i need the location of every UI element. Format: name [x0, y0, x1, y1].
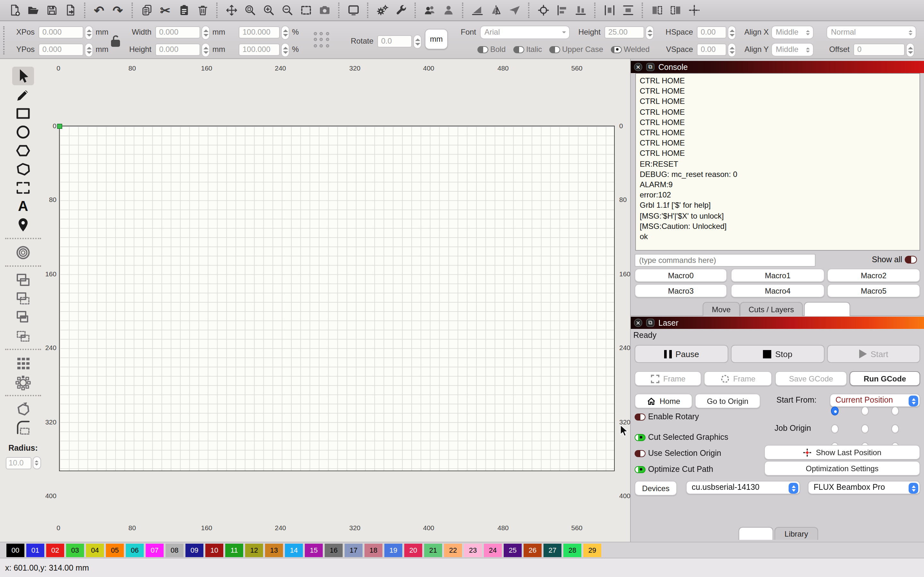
close-icon[interactable]: ✕ [634, 63, 642, 71]
set-square-icon[interactable] [469, 1, 485, 19]
ypos-stepper[interactable] [85, 43, 93, 57]
width-percent-stepper[interactable] [281, 26, 289, 40]
macro2-button[interactable]: Macro2 [827, 269, 920, 282]
height-percent-input[interactable]: 100.000 [239, 44, 280, 56]
flip-horizontal-icon[interactable] [488, 1, 504, 19]
offset-tool[interactable] [12, 243, 34, 261]
vspace-stepper[interactable] [728, 43, 736, 57]
distribute-horizontal-icon[interactable] [601, 1, 617, 19]
user-icon[interactable] [440, 1, 456, 19]
grid-array-tool[interactable] [12, 354, 34, 372]
laser-titlebar[interactable]: ✕ ⧉ Laser [631, 317, 924, 329]
rotate-input[interactable]: 0.0 [377, 35, 412, 47]
fillet-radius-tool[interactable] [12, 419, 34, 437]
device-settings-wrench-icon[interactable] [393, 1, 409, 19]
job-origin-radio[interactable] [831, 424, 838, 434]
copy-icon[interactable] [139, 1, 155, 19]
console-titlebar[interactable]: ✕ ⧉ Console [631, 61, 924, 73]
open-file-icon[interactable] [25, 1, 41, 19]
color-chip[interactable]: 02 [46, 543, 64, 557]
home-button[interactable]: Home [635, 394, 692, 408]
weld-mode-select[interactable]: Normal [827, 26, 916, 39]
go-to-origin-button[interactable]: Go to Origin [695, 394, 760, 408]
dock-right-icon[interactable] [667, 1, 683, 19]
settings-gears-icon[interactable] [374, 1, 390, 19]
color-chip[interactable]: 16 [325, 543, 342, 557]
devices-button[interactable]: Devices [635, 481, 677, 496]
dock-left-icon[interactable] [649, 1, 665, 19]
frame-rect-button[interactable]: Frame [635, 371, 701, 386]
color-chip[interactable]: 07 [145, 543, 164, 557]
align-vertical-icon[interactable] [572, 1, 588, 19]
height-stepper[interactable] [202, 43, 210, 57]
enable-rotary-toggle[interactable]: Enable Rotary [635, 412, 699, 421]
tab-library[interactable]: Library [774, 527, 818, 540]
color-chip[interactable]: 25 [504, 543, 522, 557]
offset-input[interactable]: 0 [853, 44, 905, 56]
anchor-grid[interactable] [312, 31, 330, 49]
width-stepper[interactable] [202, 26, 210, 40]
save-icon[interactable] [44, 1, 60, 19]
preview-window-icon[interactable] [345, 1, 361, 19]
start-button[interactable]: Start [827, 345, 920, 363]
optimize-cut-path-toggle[interactable]: Optimize Cut Path [635, 465, 713, 474]
color-chip[interactable]: 00 [6, 543, 24, 557]
tab-blank[interactable] [804, 302, 850, 316]
font-height-input[interactable]: 25.00 [604, 26, 644, 39]
color-chip[interactable]: 18 [365, 543, 383, 557]
welded-toggle[interactable]: Welded [611, 45, 650, 54]
vspace-input[interactable]: 0.00 [697, 44, 726, 56]
units-button[interactable]: mm [425, 29, 448, 49]
macro0-button[interactable]: Macro0 [635, 269, 727, 282]
color-chip[interactable]: 10 [205, 543, 223, 557]
job-origin-radio[interactable] [861, 424, 869, 434]
toolbar-drag-handle[interactable] [3, 26, 5, 55]
select-tool[interactable] [12, 67, 34, 85]
zoom-in-icon[interactable] [260, 1, 276, 19]
color-chip[interactable]: 06 [126, 543, 144, 557]
workspace-grid[interactable] [59, 126, 615, 471]
command-input[interactable] [635, 254, 816, 267]
color-chip[interactable]: 13 [265, 543, 283, 557]
offset-stepper[interactable] [906, 43, 914, 57]
tab-blank[interactable] [738, 527, 773, 540]
port-select[interactable]: cu.usbserial-14130 [686, 481, 800, 494]
color-chip[interactable]: 27 [543, 543, 561, 557]
show-last-position-button[interactable]: Show Last Position [764, 445, 920, 460]
color-chip[interactable]: 08 [166, 543, 184, 557]
import-icon[interactable] [62, 1, 78, 19]
ypos-input[interactable]: 0.000 [39, 44, 83, 56]
console-output[interactable]: CTRL HOMECTRL HOME CTRL HOMECTRL HOME CT… [635, 73, 920, 251]
radius-stepper[interactable] [32, 456, 41, 469]
color-chip[interactable]: 21 [424, 543, 442, 557]
align-y-select[interactable]: Middle [771, 43, 814, 56]
boolean-intersect-tool[interactable] [12, 308, 34, 326]
stop-button[interactable]: Stop [731, 345, 825, 363]
show-all-toggle[interactable]: Show all [846, 255, 921, 264]
font-height-stepper[interactable] [646, 26, 654, 40]
color-chip[interactable]: 19 [384, 543, 402, 557]
xpos-input[interactable]: 0.000 [39, 26, 83, 39]
align-x-select[interactable]: Middle [771, 26, 814, 39]
camera-icon[interactable] [317, 1, 333, 19]
save-gcode-button[interactable]: Save GCode [775, 371, 847, 386]
position-crosshair-icon[interactable] [686, 1, 702, 19]
color-chip[interactable]: 14 [285, 543, 303, 557]
float-panel-icon[interactable]: ⧉ [646, 63, 654, 71]
tab-move[interactable]: Move [703, 302, 740, 316]
paste-icon[interactable] [176, 1, 192, 19]
cut-selected-toggle[interactable]: Cut Selected Graphics [635, 433, 728, 442]
use-selection-origin-toggle[interactable]: Use Selection Origin [635, 449, 721, 458]
boolean-difference-tool[interactable] [12, 326, 34, 345]
font-select[interactable]: Arial [480, 26, 570, 39]
macro4-button[interactable]: Macro4 [731, 284, 825, 298]
radius-input[interactable]: 10.0 [5, 457, 31, 469]
frame-circle-button[interactable]: Frame [704, 371, 772, 386]
upper-case-toggle[interactable]: Upper Case [549, 45, 603, 54]
color-chip[interactable]: 04 [86, 543, 104, 557]
frame-tool[interactable] [12, 178, 34, 197]
run-gcode-button[interactable]: Run GCode [850, 371, 920, 386]
align-horizontal-icon[interactable] [554, 1, 570, 19]
focus-target-icon[interactable] [535, 1, 551, 19]
pin-tool[interactable] [12, 215, 34, 234]
